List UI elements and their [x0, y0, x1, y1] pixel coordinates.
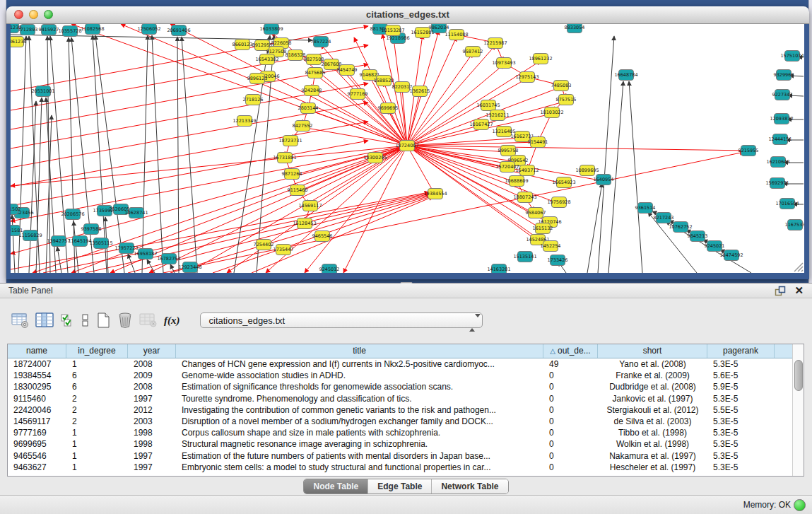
table-row[interactable]: 1938455462009Genome-wide association stu…: [8, 370, 804, 381]
graph-node[interactable]: 9242848: [302, 86, 322, 96]
graph-node[interactable]: 15135141: [513, 252, 536, 262]
graph-node[interactable]: 12923448: [178, 262, 201, 273]
tab-network-table[interactable]: Network Table: [431, 479, 507, 493]
graph-node[interactable]: 1640954: [594, 175, 614, 185]
table-row[interactable]: 1830029562008Estimation of significance …: [8, 381, 804, 392]
graph-node[interactable]: 9584067: [526, 208, 546, 218]
graph-node[interactable]: 8186328: [286, 50, 306, 61]
graph-node[interactable]: 11154088: [445, 30, 468, 40]
graph-node[interactable]: 9245012: [319, 264, 340, 274]
graph-node[interactable]: 18961232: [529, 54, 552, 64]
graph-node[interactable]: 9227343: [772, 90, 793, 100]
window-titlebar[interactable]: citations_edges.txt: [6, 6, 809, 24]
graph-node[interactable]: 9415927: [39, 25, 59, 35]
graph-node[interactable]: 8215955: [739, 146, 759, 156]
graph-node[interactable]: 20206576: [61, 209, 84, 220]
table-row[interactable]: 1456911722003Disruption of a novel membe…: [8, 416, 804, 427]
delete-column-icon[interactable]: [117, 312, 133, 329]
column-header-out_de[interactable]: △out_de...: [543, 344, 598, 358]
graph-node[interactable]: 9361514: [635, 203, 656, 214]
graph-node[interactable]: 13216211: [486, 110, 509, 121]
graph-node[interactable]: 10688609: [505, 176, 528, 187]
table-mode-icon[interactable]: [11, 313, 29, 328]
table-row[interactable]: 946554611997Estimation of the future num…: [8, 450, 804, 462]
graph-node[interactable]: 18103022: [540, 107, 563, 118]
graph-node[interactable]: 1362615: [410, 86, 430, 97]
graph-node[interactable]: 10355728: [58, 26, 81, 37]
graph-node[interactable]: 9329966: [774, 70, 794, 81]
column-header-title[interactable]: title: [176, 344, 543, 358]
graph-node[interactable]: 9871264: [282, 169, 302, 180]
minimize-button[interactable]: [29, 10, 38, 19]
close-button[interactable]: [14, 10, 23, 19]
graph-node[interactable]: 20691406: [167, 25, 190, 36]
graph-node[interactable]: 8454749: [337, 65, 358, 76]
graph-node[interactable]: 1588520: [374, 76, 394, 86]
graph-node[interactable]: 15128453: [293, 218, 316, 229]
graph-node[interactable]: 14163281: [487, 264, 510, 274]
graph-node[interactable]: 8757515: [556, 95, 577, 105]
graph-node[interactable]: 16031745: [476, 100, 500, 111]
column-header-in_degree[interactable]: in_degree: [66, 344, 128, 358]
graph-node[interactable]: 12093872: [770, 114, 793, 124]
graph-node[interactable]: 16731881: [273, 153, 296, 163]
table-selector-dropdown[interactable]: citations_edges.txt: [200, 313, 483, 328]
graph-node[interactable]: 20531001: [31, 86, 54, 97]
graph-node[interactable]: 16210643: [766, 157, 789, 168]
float-window-icon[interactable]: [775, 286, 786, 296]
table-row[interactable]: 969969511998Structural magnetic resonanc…: [8, 438, 804, 450]
graph-node[interactable]: 9115460: [288, 185, 308, 196]
table-scrollbar[interactable]: [792, 344, 804, 476]
zoom-button[interactable]: [44, 10, 53, 19]
graph-node[interactable]: 9465546: [312, 231, 333, 242]
graph-node[interactable]: 8995758: [498, 146, 519, 156]
graph-node[interactable]: 16782753: [157, 254, 180, 264]
graph-node[interactable]: 8475685: [305, 68, 326, 78]
show-columns-icon[interactable]: [35, 313, 54, 328]
graph-node[interactable]: 1615132: [533, 223, 553, 234]
graph-node[interactable]: 2718126: [243, 95, 264, 105]
column-header-pagerank[interactable]: pagerank: [707, 344, 775, 358]
graph-node[interactable]: 9699695: [378, 103, 399, 114]
graph-node[interactable]: 7857224: [311, 37, 331, 47]
tab-edge-table[interactable]: Edge Table: [367, 479, 431, 493]
function-builder-icon[interactable]: f(x): [164, 315, 180, 327]
graph-node[interactable]: 10973493: [492, 58, 515, 69]
graph-node[interactable]: 1733426: [548, 255, 568, 266]
graph-node[interactable]: 12444151: [768, 134, 792, 145]
delete-table-icon[interactable]: [139, 313, 158, 328]
graph-node[interactable]: 15692971: [765, 178, 789, 189]
graph-node[interactable]: 8427552: [293, 121, 313, 132]
graph-node[interactable]: 19756928: [547, 197, 570, 208]
graph-node[interactable]: 10762752: [669, 222, 692, 233]
graph-node[interactable]: 9154491: [528, 137, 548, 148]
graph-node[interactable]: 13942757: [47, 236, 70, 247]
graph-node[interactable]: 12215987: [483, 38, 507, 49]
graph-node[interactable]: 11082568: [81, 24, 104, 35]
close-panel-icon[interactable]: ✕: [794, 284, 804, 297]
graph-node[interactable]: 7485083: [551, 81, 572, 91]
graph-node[interactable]: 15751074: [780, 51, 804, 62]
table-row[interactable]: 1872400712008Changes of HCN gene express…: [8, 358, 804, 370]
table-row[interactable]: 2242004622012Investigating the contribut…: [8, 404, 804, 416]
network-canvas[interactable]: 8712893941592710355728110825681250605220…: [11, 24, 804, 273]
graph-node[interactable]: 12975143: [515, 72, 539, 83]
graph-node[interactable]: 1452254: [541, 241, 561, 252]
column-header-name[interactable]: name: [8, 344, 66, 358]
graph-node[interactable]: 10899695: [575, 165, 599, 176]
column-header-short[interactable]: short: [598, 344, 707, 358]
network-view-window[interactable]: citations_edges.txt 87128939415927103557…: [6, 6, 809, 279]
graph-node[interactable]: 9587412: [463, 47, 483, 57]
graph-node[interactable]: 1735447: [273, 245, 294, 255]
graph-node[interactable]: 8833054: [565, 24, 585, 33]
graph-node[interactable]: 16654923: [552, 177, 575, 188]
graph-node[interactable]: 2803144: [298, 103, 319, 114]
table-row[interactable]: 911546021997Tourette syndrome. Phenomeno…: [8, 393, 804, 404]
column-header-year[interactable]: year: [128, 344, 176, 358]
table-row[interactable]: 946362711997Embryonic stem cells: a mode…: [8, 462, 804, 473]
graph-node[interactable]: 16033809: [259, 24, 283, 35]
graph-node[interactable]: 8217243: [654, 213, 674, 223]
graph-node[interactable]: 9777169: [348, 89, 368, 100]
graph-node[interactable]: 9245021: [705, 241, 725, 252]
graph-node[interactable]: 1167533: [785, 220, 804, 230]
